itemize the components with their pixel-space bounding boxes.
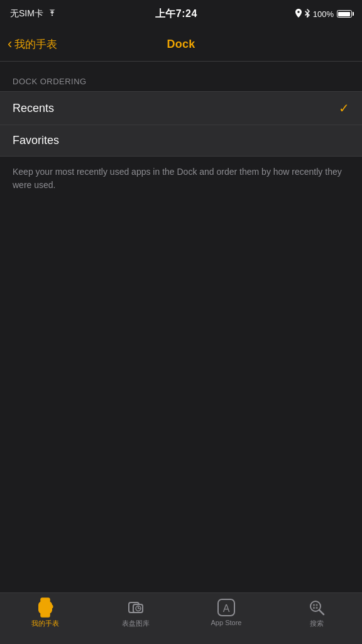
back-button[interactable]: ‹ 我的手表 bbox=[8, 37, 57, 52]
content-area: DOCK ORDERING Recents ✓ Favorites Keep y… bbox=[0, 62, 362, 201]
tab-bar: 我的手表 表盘图库 A App Store bbox=[0, 592, 362, 644]
recents-checkmark: ✓ bbox=[339, 101, 349, 116]
recents-label: Recents bbox=[13, 102, 54, 115]
tab-app-store-label: App Store bbox=[211, 619, 242, 626]
wifi-icon bbox=[47, 9, 57, 19]
appstore-icon: A bbox=[217, 598, 236, 617]
svg-rect-14 bbox=[313, 604, 315, 606]
svg-rect-16 bbox=[313, 607, 315, 609]
status-time: 上午7:24 bbox=[155, 8, 197, 21]
status-left: 无SIM卡 bbox=[10, 8, 57, 19]
back-chevron-icon: ‹ bbox=[8, 37, 12, 51]
svg-text:A: A bbox=[223, 603, 230, 614]
bluetooth-icon bbox=[305, 9, 310, 19]
battery-percent-label: 100% bbox=[313, 9, 334, 19]
tab-my-watch[interactable]: 我的手表 bbox=[0, 598, 90, 628]
tab-search[interactable]: 搜索 bbox=[272, 598, 362, 628]
status-bar: 无SIM卡 上午7:24 100% bbox=[0, 0, 362, 28]
tab-search-label: 搜索 bbox=[310, 619, 324, 628]
nav-title: Dock bbox=[167, 38, 195, 51]
status-right: 100% bbox=[295, 9, 352, 19]
location-icon bbox=[295, 9, 302, 19]
favorites-label: Favorites bbox=[13, 134, 59, 147]
svg-rect-2 bbox=[41, 613, 50, 617]
svg-rect-15 bbox=[316, 604, 318, 606]
tab-my-watch-label: 我的手表 bbox=[31, 619, 59, 628]
search-icon bbox=[307, 598, 326, 617]
tab-face-gallery-label: 表盘图库 bbox=[122, 619, 150, 628]
tab-app-store[interactable]: A App Store bbox=[181, 598, 272, 626]
dock-ordering-description: Keep your most recently used apps in the… bbox=[0, 157, 362, 201]
face-icon bbox=[126, 598, 145, 617]
svg-rect-3 bbox=[51, 605, 53, 608]
battery-icon bbox=[337, 10, 352, 18]
svg-point-4 bbox=[45, 607, 46, 608]
section-header-dock-ordering: DOCK ORDERING bbox=[0, 77, 362, 91]
dock-ordering-list: Recents ✓ Favorites bbox=[0, 91, 362, 157]
watch-icon bbox=[36, 598, 55, 617]
back-label: 我的手表 bbox=[14, 37, 57, 52]
nav-bar: ‹ 我的手表 Dock bbox=[0, 28, 362, 62]
carrier-label: 无SIM卡 bbox=[10, 8, 43, 19]
svg-rect-1 bbox=[41, 598, 50, 602]
svg-rect-17 bbox=[316, 607, 318, 609]
favorites-option[interactable]: Favorites bbox=[0, 125, 362, 156]
svg-line-13 bbox=[319, 610, 324, 614]
tab-face-gallery[interactable]: 表盘图库 bbox=[90, 598, 181, 628]
recents-option[interactable]: Recents ✓ bbox=[0, 92, 362, 125]
